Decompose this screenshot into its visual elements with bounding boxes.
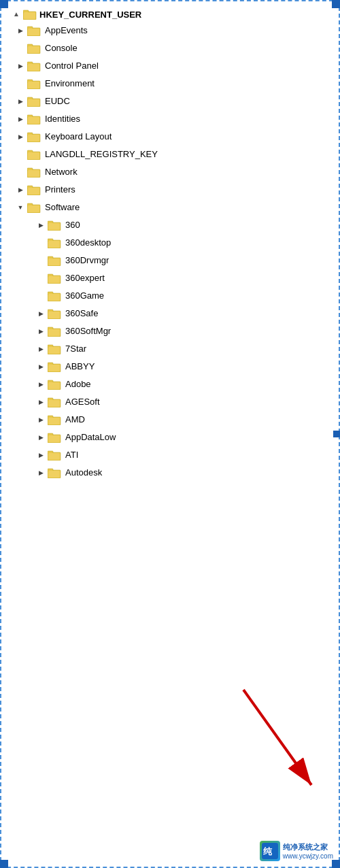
folder-icon [48,220,61,231]
item-label: Software [45,200,80,215]
tree-item[interactable]: Network [1,163,339,181]
item-label: 7Star [65,341,86,356]
item-label: AMD [65,412,85,427]
corner-handle-tr [332,0,340,8]
tree-item[interactable]: ▶ AMD [1,411,339,429]
item-label: Adobe [65,377,91,392]
expander-expand[interactable]: ▶ [35,308,46,319]
root-label: HKEY_CURRENT_USER [39,10,141,20]
svg-rect-5 [28,29,39,35]
tree-item[interactable]: Environment [1,75,339,93]
folder-icon [48,467,61,478]
tree-item[interactable]: ▶ ABBYY [1,358,339,375]
tree-item[interactable]: ▶ AGESoft [1,393,339,411]
watermark-text: 纯净系统之家 www.ycwjzy.com [283,842,333,860]
expander-expand[interactable]: ▶ [35,397,46,407]
tree-item[interactable]: 360desktop [1,234,339,252]
tree-item[interactable]: LANGDLL_REGISTRY_KEY [1,146,339,163]
folder-icon [27,78,41,89]
expander-expand[interactable]: ▶ [15,184,26,195]
tree-item[interactable]: ▶ 360Safe [1,305,339,322]
folder-icon [48,326,61,337]
svg-rect-41 [48,241,60,248]
expander-expand[interactable]: ▶ [35,414,46,425]
tree-item[interactable]: 360Drvmgr [1,252,339,269]
svg-rect-80 [48,471,60,478]
corner-handle-bl [0,860,8,868]
svg-rect-20 [28,117,39,124]
svg-rect-56 [48,329,60,336]
item-label: ATI [65,448,78,463]
expander-expand[interactable]: ▶ [15,114,26,124]
registry-tree: ▲ HKEY_CURRENT_USER ▶ AppEvents Console … [0,0,340,868]
svg-rect-74 [48,435,60,442]
tree-item[interactable]: ▶ Printers [1,181,339,199]
tree-item[interactable]: Console [1,39,339,57]
root-folder-icon [23,9,37,20]
folder-icon [48,237,61,248]
item-label: 360SoftMgr [65,324,111,339]
svg-rect-77 [48,453,60,460]
folder-icon [27,131,41,142]
svg-rect-38 [48,223,60,230]
item-label: ABBYY [65,359,95,374]
svg-rect-35 [28,205,39,212]
tree-item[interactable]: ▶ ATI [1,446,339,464]
folder-icon [48,273,61,284]
expander-collapse[interactable]: ▼ [15,202,26,213]
root-node[interactable]: ▲ HKEY_CURRENT_USER [1,7,339,22]
svg-rect-29 [28,170,39,177]
corner-handle-tl [0,0,8,8]
expander-expand[interactable]: ▶ [35,379,46,390]
folder-icon [48,379,61,390]
watermark-icon: 纯 [260,841,280,861]
item-label: 360Safe [65,306,98,321]
root-expander[interactable]: ▲ [11,9,22,20]
folder-icon [48,414,61,425]
item-label: AppEvents [45,23,88,38]
expander-expand[interactable]: ▶ [35,220,46,231]
folder-icon [48,361,61,372]
tree-item[interactable]: ▶ Keyboard Layout [1,128,339,146]
expander-expand[interactable]: ▶ [35,467,46,478]
expander-expand[interactable]: ▶ [35,344,46,354]
folder-icon [27,184,41,195]
folder-icon [48,308,61,319]
folder-icon [27,25,41,36]
arrow-annotation [230,676,339,812]
item-label: AppDataLow [65,430,116,445]
svg-rect-23 [28,135,39,141]
tree-item[interactable]: ▶ 360 [1,216,339,234]
tree-item[interactable]: ▶ Control Panel [1,57,339,75]
expander-expand[interactable]: ▶ [15,61,26,71]
tree-item[interactable]: ▶ 7Star [1,340,339,358]
tree-item[interactable]: ▶ AppEvents [1,22,339,39]
item-label: Environment [45,76,95,91]
tree-item[interactable]: ▶ Adobe [1,375,339,393]
tree-item[interactable]: ▶ 360SoftMgr [1,322,339,340]
svg-rect-68 [48,400,60,407]
item-label: 360desktop [65,235,111,250]
tree-item[interactable]: 360expert [1,269,339,287]
expander-expand[interactable]: ▶ [35,432,46,443]
tree-item[interactable]: ▼ Software [1,199,339,216]
expander-expand[interactable]: ▶ [15,131,26,142]
tree-item[interactable]: ▶ EUDC [1,93,339,110]
expander-expand[interactable]: ▶ [35,361,46,372]
item-label: Keyboard Layout [45,129,112,144]
expander-expand[interactable]: ▶ [35,450,46,461]
item-label: Identities [45,112,80,127]
tree-item[interactable]: ▶ Identities [1,110,339,128]
expander-expand[interactable]: ▶ [15,25,26,36]
tree-item[interactable]: ▶ AppDataLow [1,429,339,446]
folder-icon [27,96,41,107]
tree-item[interactable]: 360Game [1,287,339,305]
expander-expand[interactable]: ▶ [15,96,26,107]
svg-rect-14 [28,82,39,88]
expander-expand[interactable]: ▶ [35,326,46,337]
svg-rect-44 [48,258,60,265]
svg-rect-62 [48,365,60,371]
tree-item[interactable]: ▶ Autodesk [1,464,339,482]
svg-rect-32 [28,188,39,195]
item-label: AGESoft [65,395,100,410]
